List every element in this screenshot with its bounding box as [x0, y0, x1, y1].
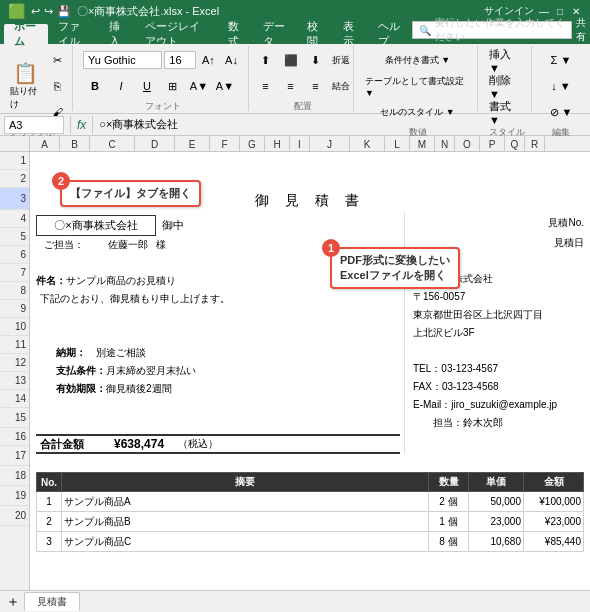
font-name-input[interactable]: Yu Gothic: [83, 51, 162, 69]
row-4[interactable]: 4: [0, 210, 29, 228]
row-6[interactable]: 6: [0, 246, 29, 264]
col-f[interactable]: F: [210, 136, 240, 152]
font-shrink-btn[interactable]: A↓: [221, 48, 242, 72]
share-btn[interactable]: 共有: [576, 16, 586, 44]
col-j[interactable]: J: [310, 136, 350, 152]
formula-sep: [70, 116, 71, 134]
name-box[interactable]: A3: [4, 116, 64, 134]
annotation-num-1: 1: [322, 239, 340, 257]
underline-btn[interactable]: U: [135, 74, 159, 98]
save-btn[interactable]: 💾: [57, 5, 71, 18]
tab-file[interactable]: ファイル: [48, 24, 99, 44]
col-i[interactable]: I: [290, 136, 310, 152]
paste-btn[interactable]: 📋 貼り付け: [7, 60, 43, 112]
align-top-btn[interactable]: ⬆: [254, 48, 278, 72]
row-18[interactable]: 18: [0, 466, 29, 486]
row-1[interactable]: 1: [0, 152, 29, 170]
row-10[interactable]: 10: [0, 318, 29, 336]
col-q[interactable]: Q: [505, 136, 525, 152]
font-color-btn[interactable]: A▼: [213, 74, 237, 98]
ribbon-group-font: Yu Gothic 16 A↑ A↓ B I U ⊞ A▼ A▼ フォント: [77, 46, 249, 111]
sheet-tab-active[interactable]: 見積書: [24, 592, 80, 611]
col-o[interactable]: O: [455, 136, 480, 152]
cut-btn[interactable]: ✂: [45, 48, 69, 72]
col-p[interactable]: P: [480, 136, 505, 152]
col-a[interactable]: A: [30, 136, 60, 152]
row-16[interactable]: 16: [0, 428, 29, 446]
col-g[interactable]: G: [240, 136, 265, 152]
insert-cell-btn[interactable]: 挿入 ▼: [488, 48, 525, 72]
tab-home[interactable]: ホーム: [4, 24, 48, 44]
col-d[interactable]: D: [135, 136, 175, 152]
spreadsheet: A B C D E F G H I J K L M N O P Q R 1 2 …: [0, 136, 590, 590]
tab-help[interactable]: ヘルプ: [368, 24, 412, 44]
col-e[interactable]: E: [175, 136, 210, 152]
tab-formula[interactable]: 数式: [218, 24, 254, 44]
header-no: No.: [37, 473, 62, 492]
col-c[interactable]: C: [90, 136, 135, 152]
col-b[interactable]: B: [60, 136, 90, 152]
align-middle-btn[interactable]: ⬛: [279, 48, 303, 72]
bold-btn[interactable]: B: [83, 74, 107, 98]
row-14[interactable]: 14: [0, 390, 29, 408]
fill-btn[interactable]: ↓ ▼: [549, 74, 574, 98]
align-bottom-btn[interactable]: ⬇: [304, 48, 328, 72]
sheet-content[interactable]: 御 見 積 書 〇×商事株式会社 御中 ご担当： 佐藤一郎: [30, 152, 590, 590]
address1: 東京都世田谷区上北沢四丁目: [413, 308, 543, 322]
items-table: No. 摘要 数量 単価 金額 1 サンプル商品A 2 個: [36, 472, 584, 552]
row-12[interactable]: 12: [0, 354, 29, 372]
row-5[interactable]: 5: [0, 228, 29, 246]
align-center-btn[interactable]: ≡: [279, 74, 303, 98]
term1-row: 納期： 別途ご相談: [36, 344, 400, 362]
row16-spacer: [36, 454, 584, 472]
wrap-text-btn[interactable]: 折返: [329, 48, 353, 72]
col-l[interactable]: L: [385, 136, 410, 152]
delete-cell-btn[interactable]: 削除 ▼: [488, 74, 525, 98]
row-3[interactable]: 3: [0, 188, 29, 210]
tab-data[interactable]: データ: [253, 24, 297, 44]
contact-label: ご担当：: [44, 238, 84, 252]
undo-btn[interactable]: ↩: [31, 5, 40, 18]
redo-btn[interactable]: ↪: [44, 5, 53, 18]
fax-row: FAX：03-123-4568: [413, 378, 584, 396]
align-left-btn[interactable]: ≡: [254, 74, 278, 98]
sum-btn[interactable]: Σ ▼: [549, 48, 574, 72]
fill-color-btn[interactable]: A▼: [187, 74, 211, 98]
font-size-input[interactable]: 16: [164, 51, 196, 69]
row-9[interactable]: 9: [0, 300, 29, 318]
border-btn[interactable]: ⊞: [161, 74, 185, 98]
tab-review[interactable]: 校閲: [297, 24, 333, 44]
merge-btn[interactable]: 結合: [329, 74, 353, 98]
conditional-format-btn[interactable]: 条件付き書式 ▼: [364, 48, 471, 72]
item1-amount: ¥100,000: [524, 492, 584, 512]
ribbon-group-style: 条件付き書式 ▼ テーブルとして書式設定 ▼ セルのスタイル ▼ 数値: [358, 46, 478, 111]
col-m[interactable]: M: [410, 136, 435, 152]
row-11[interactable]: 11: [0, 336, 29, 354]
col-r[interactable]: R: [525, 136, 545, 152]
subject: サンプル商品のお見積り: [66, 274, 176, 288]
col-h[interactable]: H: [265, 136, 290, 152]
row-2[interactable]: 2: [0, 170, 29, 188]
header-qty: 数量: [429, 473, 469, 492]
row-7[interactable]: 7: [0, 264, 29, 282]
tab-view[interactable]: 表示: [333, 24, 369, 44]
table-format-btn[interactable]: テーブルとして書式設定 ▼: [364, 74, 471, 98]
row-20[interactable]: 20: [0, 506, 29, 526]
copy-btn[interactable]: ⎘: [45, 74, 69, 98]
row-8[interactable]: 8: [0, 282, 29, 300]
row-15[interactable]: 15: [0, 408, 29, 428]
tab-insert[interactable]: 挿入: [99, 24, 135, 44]
row-19[interactable]: 19: [0, 486, 29, 506]
formula-content[interactable]: ○×商事株式会社: [99, 117, 586, 132]
font-grow-btn[interactable]: A↑: [198, 48, 219, 72]
row-13[interactable]: 13: [0, 372, 29, 390]
italic-btn[interactable]: I: [109, 74, 133, 98]
add-sheet-btn[interactable]: ＋: [4, 593, 22, 611]
tab-page-layout[interactable]: ページレイアウト: [135, 24, 218, 44]
col-n[interactable]: N: [435, 136, 455, 152]
search-box[interactable]: 🔍 実行したい作業を入力してください: [412, 21, 572, 39]
align-right-btn[interactable]: ≡: [304, 74, 328, 98]
row-17[interactable]: 17: [0, 446, 29, 466]
col-k[interactable]: K: [350, 136, 385, 152]
item3-no: 3: [37, 532, 62, 552]
